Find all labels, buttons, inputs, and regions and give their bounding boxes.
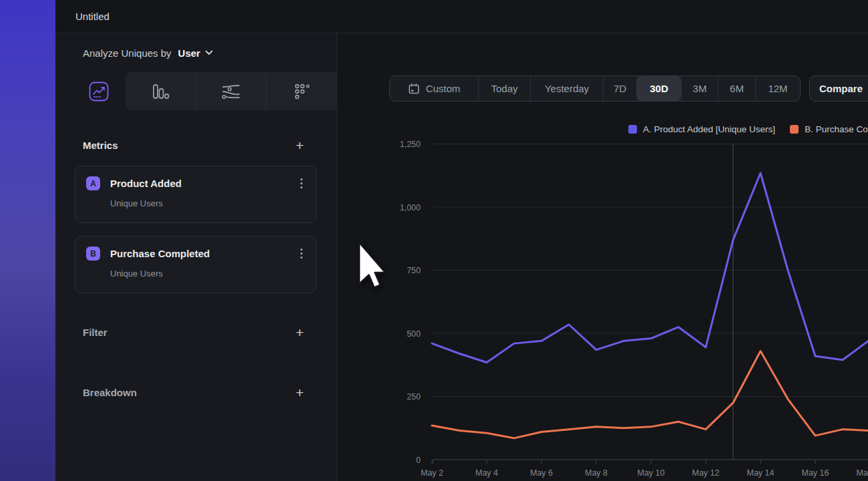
y-tick-label: 750 xyxy=(407,266,421,275)
metric-card-a[interactable]: A Product Added Unique Users xyxy=(75,166,316,223)
flow-icon xyxy=(221,83,241,100)
metric-b-subtitle: Unique Users xyxy=(110,269,306,279)
top-bar: Untitled xyxy=(55,0,868,33)
app-window: Untitled Analyze Uniques by User xyxy=(55,0,868,481)
chart-gridlines xyxy=(433,144,868,397)
y-tick-label: 1,000 xyxy=(400,203,421,212)
series-line-a xyxy=(432,173,868,362)
series-line-b xyxy=(432,351,868,438)
add-metric-button[interactable]: + xyxy=(296,138,304,152)
tab-grid[interactable] xyxy=(266,72,337,110)
y-tick-label: 1,250 xyxy=(400,140,421,149)
document-title[interactable]: Untitled xyxy=(75,11,110,22)
metric-a-subtitle: Unique Users xyxy=(110,198,306,208)
breakdown-header-label: Breakdown xyxy=(83,387,137,398)
x-tick-label: May 6 xyxy=(530,468,553,478)
metric-card-b-toprow: B Purchase Completed xyxy=(86,246,306,261)
tab-line-chart[interactable] xyxy=(72,72,126,110)
analyze-by-row: Analyze Uniques by User xyxy=(55,33,337,72)
analyze-by-label: Analyze Uniques by xyxy=(83,47,172,59)
metric-card-a-toprow: A Product Added xyxy=(86,176,306,191)
x-tick-label: May 8 xyxy=(585,468,608,478)
y-tick-label: 500 xyxy=(407,329,421,339)
filter-header-label: Filter xyxy=(83,327,107,338)
analyze-by-selector[interactable]: User xyxy=(178,47,213,59)
metric-b-title: Purchase Completed xyxy=(110,248,296,259)
y-tick-label: 0 xyxy=(416,456,421,465)
app-screen: Untitled Analyze Uniques by User xyxy=(0,0,868,481)
metric-a-title: Product Added xyxy=(110,178,296,189)
chart-series-lines xyxy=(432,173,868,438)
chart-type-tabs xyxy=(55,72,337,110)
metrics-header: Metrics + xyxy=(55,136,337,154)
filter-header: Filter + xyxy=(55,323,337,341)
metric-b-badge: B xyxy=(86,247,100,261)
chart-axis xyxy=(432,460,868,464)
metric-cards: A Product Added Unique Users B Purchase … xyxy=(55,154,337,293)
metric-a-kebab-menu-icon[interactable] xyxy=(296,176,306,191)
left-nav-strip xyxy=(0,0,55,481)
x-tick-label: May 4 xyxy=(475,468,498,478)
grid-icon xyxy=(292,82,311,101)
line-chart-icon xyxy=(89,82,109,102)
breakdown-header: Breakdown + xyxy=(55,383,337,402)
add-filter-button[interactable]: + xyxy=(296,325,304,339)
line-chart[interactable]: 02505007501,0001,250May 2May 4May 6May 8… xyxy=(337,33,868,478)
metric-card-b[interactable]: B Purchase Completed Unique Users xyxy=(75,236,316,293)
content-row: Analyze Uniques by User xyxy=(55,33,868,481)
metric-b-kebab-menu-icon[interactable] xyxy=(296,246,306,261)
x-tick-label: May 2 xyxy=(421,468,443,478)
x-tick-label: May 10 xyxy=(638,468,665,478)
bar-chart-icon xyxy=(151,82,170,101)
metric-a-badge: A xyxy=(86,176,100,190)
tab-bar-chart[interactable] xyxy=(126,72,196,110)
query-builder-panel: Analyze Uniques by User xyxy=(55,33,337,481)
analyze-by-value: User xyxy=(178,47,200,59)
x-tick-label: May 12 xyxy=(692,468,720,478)
chevron-down-icon xyxy=(205,50,213,55)
chart-type-tabstrip xyxy=(126,72,337,110)
x-tick-label: May 18 xyxy=(857,468,868,478)
metrics-header-label: Metrics xyxy=(83,140,118,151)
x-tick-label: May 16 xyxy=(802,468,829,478)
y-tick-label: 250 xyxy=(407,392,421,402)
add-breakdown-button[interactable]: + xyxy=(296,385,304,399)
tab-flow[interactable] xyxy=(196,72,266,110)
x-tick-label: May 14 xyxy=(747,468,775,478)
chart-panel: Custom Today Yesterday 7D 30D 3M 6M 12M … xyxy=(337,33,868,481)
